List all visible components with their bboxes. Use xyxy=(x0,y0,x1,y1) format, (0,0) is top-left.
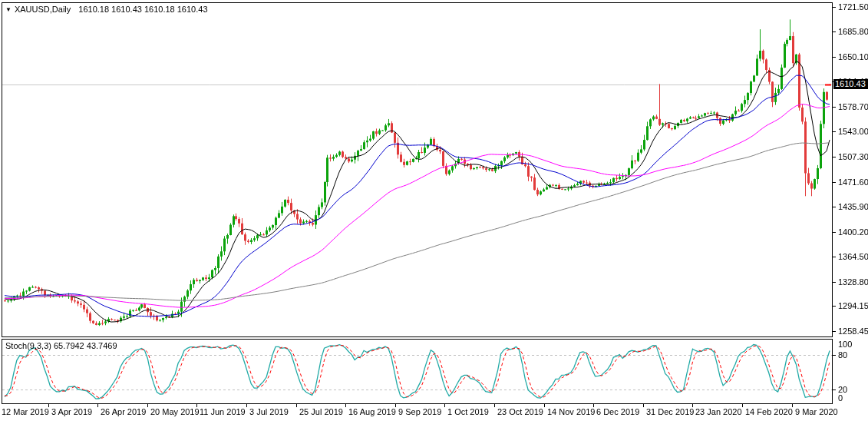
date-axis-label: 23 Jan 2020 xyxy=(695,407,742,416)
date-axis-label: 25 Jul 2019 xyxy=(299,407,343,416)
date-axis-label: 6 Dec 2019 xyxy=(596,407,639,416)
stoch-axis-label: 0 xyxy=(838,393,843,403)
date-axis-label: 9 Sep 2019 xyxy=(398,407,441,416)
price-axis-label: 1258.45 xyxy=(838,327,868,336)
date-axis-label: 16 Aug 2019 xyxy=(348,407,396,416)
symbol-ohlc-line: ▼XAUUSD,Daily1610.18 1610.43 1610.18 161… xyxy=(5,5,208,15)
price-axis-label: 1364.50 xyxy=(838,252,868,261)
date-axis-label: 9 Mar 2020 xyxy=(795,407,838,416)
price-axis-label: 1507.30 xyxy=(838,152,868,161)
price-axis-label: 1328.80 xyxy=(838,277,868,287)
price-axis-label: 1685.80 xyxy=(838,27,868,36)
price-axis-label: 1650.10 xyxy=(838,52,868,61)
stoch-axis-label: 80 xyxy=(838,350,847,360)
date-axis-label: 12 Mar 2019 xyxy=(2,407,49,416)
price-axis-label: 1435.90 xyxy=(838,202,868,211)
price-axis-label: 1721.50 xyxy=(838,2,868,12)
current-price-tag: 1610.43 xyxy=(833,79,868,89)
chart-canvas[interactable] xyxy=(0,0,868,421)
symbol-dropdown-icon[interactable]: ▼ xyxy=(5,6,12,13)
date-axis-label: 23 Oct 2019 xyxy=(497,407,543,416)
date-axis-label: 20 May 2019 xyxy=(150,407,200,416)
date-axis-label: 3 Jul 2019 xyxy=(249,407,289,416)
date-axis-label: 1 Oct 2019 xyxy=(447,407,489,416)
date-axis-label: 11 Jun 2019 xyxy=(200,407,246,416)
price-axis-label: 1578.70 xyxy=(838,102,868,111)
stochastic-indicator-label: Stoch(9,3,3) 65.7942 43.7469 xyxy=(5,341,117,350)
chart-window: ▼XAUUSD,Daily1610.18 1610.43 1610.18 161… xyxy=(0,0,868,421)
price-axis-label: 1543.00 xyxy=(838,127,868,136)
symbol-title: XAUUSD,Daily xyxy=(15,5,71,14)
stoch-axis-label: 100 xyxy=(838,340,852,349)
date-axis-label: 14 Feb 2020 xyxy=(745,407,793,416)
date-axis-label: 26 Apr 2019 xyxy=(101,407,146,416)
date-axis-label: 3 Apr 2019 xyxy=(51,407,92,416)
date-axis-label: 31 Dec 2019 xyxy=(646,407,694,416)
price-axis-label: 1471.60 xyxy=(838,177,868,187)
price-axis-label: 1294.15 xyxy=(838,301,868,310)
ohlc-quote-values: 1610.18 1610.43 1610.18 1610.43 xyxy=(78,5,207,14)
date-axis-label: 14 Nov 2019 xyxy=(547,407,595,416)
price-axis-label: 1400.20 xyxy=(838,227,868,237)
